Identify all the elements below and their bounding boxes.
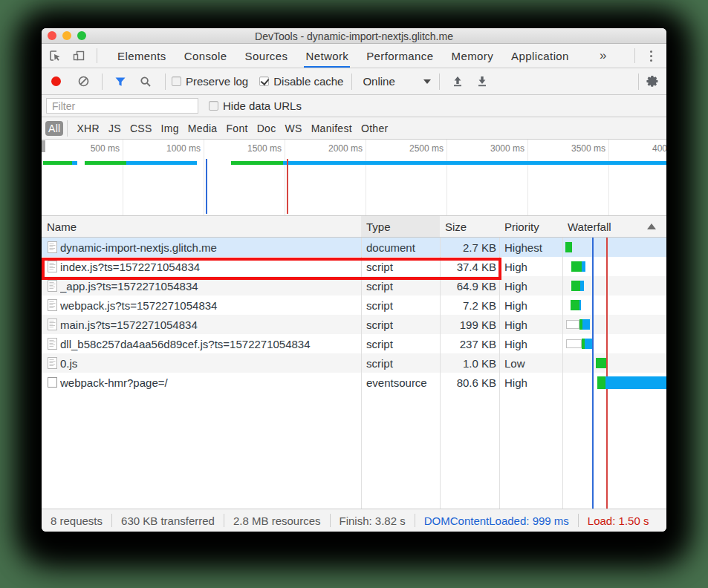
waterfall-bar-green xyxy=(571,281,580,291)
tab-network[interactable]: Network xyxy=(296,44,357,68)
timeline-tick-label: 2500 ms xyxy=(409,143,446,154)
record-button[interactable] xyxy=(51,76,61,86)
column-header-type[interactable]: Type xyxy=(361,216,440,237)
status-item: Finish: 3.82 s xyxy=(331,514,415,527)
timeline-gridline xyxy=(285,140,285,215)
request-priority: High xyxy=(504,315,560,334)
overview-bar-green xyxy=(43,161,72,165)
request-row[interactable]: webpack-hmr?page=/eventsource80.6 KBHigh xyxy=(42,373,666,392)
column-header-priority[interactable]: Priority xyxy=(499,216,562,237)
preserve-log-checkbox[interactable] xyxy=(172,76,181,86)
document-icon xyxy=(48,299,57,311)
status-domcontentloaded: DOMContentLoaded: 999 ms xyxy=(415,514,578,527)
timeline-tick-label: 3500 ms xyxy=(571,143,608,154)
devtools-window: DevTools - dynamic-import-nextjs.glitch.… xyxy=(42,28,666,532)
column-header-size[interactable]: Size xyxy=(440,216,499,237)
hide-data-urls-checkbox[interactable] xyxy=(209,101,218,111)
overview-bar-blue xyxy=(72,161,77,165)
network-overview-timeline[interactable]: 500 ms1000 ms1500 ms2000 ms2500 ms3000 m… xyxy=(42,140,666,216)
type-filter-media[interactable]: Media xyxy=(188,120,218,137)
overview-bar-blue xyxy=(283,161,666,165)
document-icon xyxy=(48,280,57,292)
export-har-icon[interactable] xyxy=(476,76,488,88)
inspect-element-icon[interactable] xyxy=(49,50,61,62)
timeline-grip[interactable] xyxy=(42,140,45,152)
timeline-tick-label: 3000 ms xyxy=(490,143,527,154)
request-row[interactable]: dll_b58c257da4aa56d89cef.js?ts=157227105… xyxy=(42,334,666,353)
request-row[interactable]: dynamic-import-nextjs.glitch.medocument2… xyxy=(42,238,666,257)
request-row[interactable]: webpack.js?ts=1572271054834script7.2 KBH… xyxy=(42,295,666,315)
devtools-tab-bar: ElementsConsoleSourcesNetworkPerformance… xyxy=(42,44,666,68)
toolbar-divider xyxy=(439,74,440,90)
type-filter-divider xyxy=(67,120,68,137)
device-toolbar-icon[interactable] xyxy=(73,50,85,62)
type-filter-css[interactable]: CSS xyxy=(130,120,152,137)
throttling-dropdown[interactable]: Online xyxy=(352,75,430,88)
unknown-type-icon xyxy=(48,376,57,388)
tabbar-divider xyxy=(97,48,97,63)
tab-elements[interactable]: Elements xyxy=(108,44,175,68)
hide-data-urls-label: Hide data URLs xyxy=(223,99,302,112)
status-load: Load: 1.50 s xyxy=(579,514,658,527)
overview-bar-green xyxy=(231,161,283,165)
document-icon xyxy=(48,241,57,253)
request-type: document xyxy=(366,238,437,257)
status-item: 2.8 MB resources xyxy=(224,514,330,527)
waterfall-bar-blue xyxy=(580,281,584,291)
timeline-gridline xyxy=(123,140,123,215)
request-priority: High xyxy=(504,257,560,276)
request-name: dynamic-import-nextjs.glitch.me xyxy=(60,238,357,257)
disable-cache-checkbox[interactable] xyxy=(259,76,269,86)
request-type: script xyxy=(366,334,437,353)
status-item: 630 KB transferred xyxy=(112,514,224,527)
type-filter-ws[interactable]: WS xyxy=(285,120,302,137)
request-type: script xyxy=(366,315,437,334)
requests-table-header: NameTypeSizePriorityWaterfall xyxy=(42,216,666,238)
column-header-name[interactable]: Name xyxy=(42,216,361,237)
clear-requests-icon[interactable] xyxy=(78,76,89,87)
waterfall-bar-outline xyxy=(566,339,582,348)
request-row[interactable]: main.js?ts=1572271054834script199 KBHigh xyxy=(42,315,666,334)
request-priority: Highest xyxy=(504,238,560,257)
overview-bar-blue xyxy=(126,161,197,165)
type-filter-xhr[interactable]: XHR xyxy=(77,120,99,137)
tab-memory[interactable]: Memory xyxy=(443,44,503,68)
timeline-gridline xyxy=(608,140,609,215)
request-size: 7.2 KB xyxy=(443,295,496,315)
request-name: webpack.js?ts=1572271054834 xyxy=(60,295,357,315)
filter-input[interactable] xyxy=(46,98,198,114)
tabbar-right-divider xyxy=(634,48,635,63)
tab-console[interactable]: Console xyxy=(175,44,236,68)
tab-application[interactable]: Application xyxy=(502,44,578,68)
request-size: 199 KB xyxy=(443,315,496,334)
column-divider[interactable] xyxy=(562,216,563,509)
document-icon xyxy=(48,357,57,369)
timeline-tick-label: 4000 ms xyxy=(652,143,666,154)
type-filter-font[interactable]: Font xyxy=(226,120,247,137)
overview-marker-load xyxy=(287,159,288,214)
request-type: script xyxy=(366,353,437,373)
tab-performance[interactable]: Performance xyxy=(357,44,442,68)
requests-table: NameTypeSizePriorityWaterfall dynamic-im… xyxy=(42,216,666,509)
filter-icon[interactable] xyxy=(114,76,126,88)
import-har-icon[interactable] xyxy=(452,76,464,88)
type-filter-manifest[interactable]: Manifest xyxy=(311,120,352,137)
waterfall-marker-dcl xyxy=(592,238,594,509)
disable-cache-label: Disable cache xyxy=(273,75,343,88)
type-filter-img[interactable]: Img xyxy=(161,120,179,137)
devtools-menu-icon[interactable] xyxy=(640,50,661,62)
more-tabs-button[interactable]: » xyxy=(591,44,614,68)
filter-row: Hide data URLs xyxy=(42,95,666,117)
search-icon[interactable] xyxy=(140,76,152,88)
settings-gear-icon[interactable] xyxy=(646,75,659,88)
type-filter-js[interactable]: JS xyxy=(108,120,121,137)
type-filter-doc[interactable]: Doc xyxy=(257,120,276,137)
sort-direction-icon[interactable] xyxy=(647,223,656,229)
waterfall-bar-green xyxy=(571,300,579,310)
request-row[interactable]: 0.jsscript1.0 KBLow xyxy=(42,353,666,373)
type-filter-other[interactable]: Other xyxy=(361,120,389,137)
type-filter-all[interactable]: All xyxy=(45,121,63,136)
tab-sources[interactable]: Sources xyxy=(236,44,297,68)
request-type: script xyxy=(366,295,437,315)
overview-marker-dcl xyxy=(206,159,207,214)
